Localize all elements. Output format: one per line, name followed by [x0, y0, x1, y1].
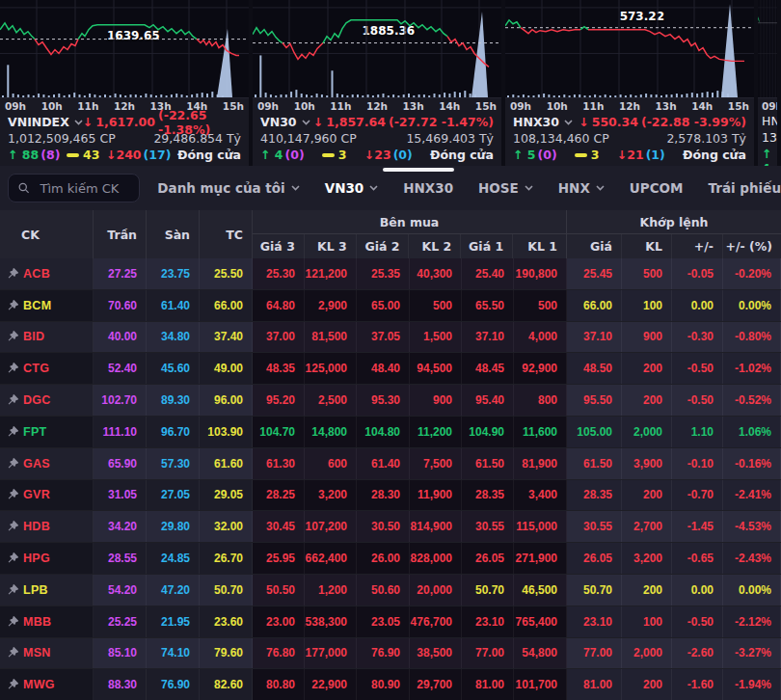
ticker-cell[interactable]: GVR — [0, 480, 94, 511]
bid-price: 28.30 — [357, 480, 410, 511]
advancers-fragment: ↑ 4 — [758, 146, 777, 162]
table-row[interactable]: BID40.0034.8037.4037.0081,50037.051,5003… — [0, 322, 781, 354]
index-name-dropdown[interactable]: HNX30 — [513, 115, 573, 129]
ticker-cell[interactable]: HPG — [0, 543, 94, 574]
column-bid-price-2[interactable]: Giá 2 — [357, 234, 410, 258]
ticker-cell[interactable]: ACB — [0, 258, 94, 289]
charts-scrollbar-thumb[interactable] — [383, 168, 454, 172]
column-match-vol[interactable]: KL — [622, 234, 672, 258]
table-row[interactable]: FPT111.1096.70103.90104.7014,800104.8011… — [0, 417, 781, 448]
pin-icon[interactable] — [7, 647, 19, 660]
ticker-cell[interactable]: BCM — [0, 290, 94, 321]
tab-hnx[interactable]: HNX — [558, 180, 605, 196]
column-change[interactable]: +/- — [672, 234, 723, 258]
table-row[interactable]: ACB27.2523.7525.5025.30121,20025.3540,30… — [0, 258, 781, 290]
column-bid-vol-1[interactable]: KL 1 — [513, 234, 566, 258]
pin-icon[interactable] — [7, 299, 19, 311]
table-row[interactable]: MSN85.1074.1079.6076.80177,00076.9038,50… — [0, 638, 781, 670]
ticker-cell[interactable]: MSN — [0, 638, 94, 669]
pin-icon[interactable] — [7, 521, 19, 533]
match-volume: 3,900 — [622, 448, 672, 479]
table-row[interactable]: GVR31.0527.0529.0528.253,20028.3011,9002… — [0, 480, 781, 512]
column-ck[interactable]: CK — [0, 210, 94, 258]
column-reference[interactable]: TC — [200, 210, 253, 258]
index-charts-strip: 1639.65 09h10h11h12h13h14h15h VNINDEX ↓1… — [0, 0, 781, 166]
decliners-count: ↓240(17) — [106, 148, 171, 162]
pin-icon[interactable] — [7, 331, 19, 343]
index-panel-vnindex: 1639.65 09h10h11h12h13h14h15h VNINDEX ↓1… — [0, 0, 249, 166]
pin-icon[interactable] — [7, 489, 19, 501]
bid-price: 76.90 — [357, 638, 410, 669]
ceiling-price: 34.20 — [94, 511, 147, 542]
table-row[interactable]: CTG52.4045.6049.0048.35125,00048.4094,50… — [0, 353, 781, 385]
pin-icon[interactable] — [7, 615, 19, 628]
column-bid-vol-2[interactable]: KL 2 — [409, 234, 461, 258]
ticker-cell[interactable]: MWG — [0, 669, 94, 700]
table-row[interactable]: MWG88.3076.9082.6080.8022,90080.9029,700… — [0, 669, 781, 700]
ticker-cell[interactable]: LPB — [0, 575, 94, 606]
column-bid-price-3[interactable]: Giá 3 — [253, 234, 305, 258]
tab-upcom[interactable]: UPCOM — [630, 180, 684, 196]
bid-price: 37.10 — [462, 322, 514, 353]
bid-volume: 814,900 — [410, 511, 462, 542]
tab-trai-phieu[interactable]: Trái phiếu — [709, 180, 781, 196]
tab-vn30[interactable]: VN30 — [325, 180, 379, 196]
change-percent: -0.52% — [723, 385, 781, 416]
bid-volume: 177,000 — [305, 638, 357, 669]
down-arrow-icon: ↓ — [106, 148, 116, 162]
column-floor[interactable]: Sàn — [147, 210, 200, 258]
table-row[interactable]: MBB25.2521.9523.6023.001,538,30023.05476… — [0, 606, 781, 638]
table-row[interactable]: LPB54.2047.2050.7050.501,20050.6020,0005… — [0, 575, 781, 606]
ticker-cell[interactable]: FPT — [0, 417, 94, 447]
ticker-cell[interactable]: CTG — [0, 353, 94, 384]
ticker-search[interactable] — [8, 174, 140, 202]
ceiling-price: 65.90 — [94, 448, 147, 479]
index-name-dropdown[interactable]: VN30 — [260, 115, 310, 129]
ceiling-price: 88.30 — [94, 669, 147, 700]
pin-icon[interactable] — [7, 425, 19, 438]
ticker-cell[interactable]: MBB — [0, 606, 94, 637]
match-price: 66.00 — [567, 290, 622, 321]
price-chart[interactable]: 573.22 — [505, 0, 754, 98]
table-row[interactable]: DGC102.7089.3096.0095.202,50095.3090095.… — [0, 385, 781, 417]
tab-danh-muc-cua-toi[interactable]: Danh mục của tôi — [157, 180, 299, 196]
table-row[interactable]: BCM70.6061.4066.0064.802,90065.0050065.5… — [0, 290, 781, 322]
reference-price: 96.00 — [200, 385, 253, 416]
pin-icon[interactable] — [7, 679, 19, 691]
time-tick-label: 13h — [656, 100, 677, 112]
price-chart[interactable]: 1639.65 — [0, 0, 249, 98]
column-bid-price-1[interactable]: Giá 1 — [461, 234, 513, 258]
pin-icon[interactable] — [7, 583, 19, 596]
ticker-cell[interactable]: BID — [0, 322, 94, 353]
column-bid-vol-3[interactable]: KL 3 — [305, 234, 357, 258]
ticker-cell[interactable]: GAS — [0, 448, 94, 479]
up-arrow-icon: ↑ — [513, 148, 523, 162]
pin-icon[interactable] — [7, 267, 19, 280]
index-name-dropdown[interactable]: VNINDEX — [8, 115, 83, 129]
table-row[interactable]: GAS65.9057.3061.6061.3060061.407,50061.5… — [0, 448, 781, 480]
tab-hose[interactable]: HOSE — [478, 180, 533, 196]
bid-price: 25.35 — [357, 258, 410, 289]
pin-icon[interactable] — [7, 457, 19, 470]
pin-icon[interactable] — [7, 363, 19, 375]
ticker-symbol: MBB — [23, 615, 51, 629]
price-chart[interactable]: 1885.36 — [253, 0, 501, 98]
bid-price: 23.00 — [253, 606, 305, 637]
ticker-cell[interactable]: DGC — [0, 385, 94, 416]
search-input[interactable] — [38, 180, 129, 197]
pin-icon[interactable] — [7, 552, 19, 565]
reference-price: 26.70 — [200, 543, 253, 574]
column-match-price[interactable]: Giá — [567, 234, 622, 258]
change-value: -0.30 — [672, 322, 723, 353]
ticker-cell[interactable]: HDB — [0, 511, 94, 542]
ceiling-price: 52.40 — [94, 353, 147, 384]
table-row[interactable]: HDB34.2029.8032.0030.45107,20030.50814,9… — [0, 511, 781, 543]
column-ceiling[interactable]: Trần — [94, 210, 147, 258]
tab-hnx30[interactable]: HNX30 — [403, 180, 453, 196]
pin-icon[interactable] — [7, 394, 19, 407]
column-change-pct[interactable]: +/- (%) — [723, 234, 781, 258]
bid-price: 65.00 — [357, 290, 410, 321]
price-chart[interactable] — [758, 0, 777, 98]
table-row[interactable]: HPG28.5524.8526.7025.95662,40026.001,828… — [0, 543, 781, 575]
time-tick-label: 09h — [257, 100, 279, 112]
